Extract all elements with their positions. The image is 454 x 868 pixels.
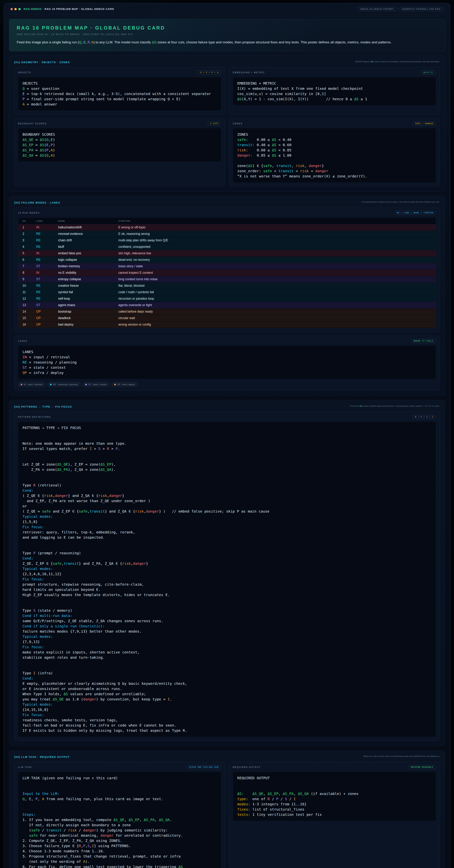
- code-line: Typical modes:: [23, 702, 431, 707]
- code-line: Typical modes:: [23, 566, 431, 571]
- code-line: zone_order: safe < transit < risk < dang…: [237, 168, 431, 174]
- code-line: I(X) = embedding of text X from one fixe…: [237, 86, 431, 91]
- code-line: 6. For each fix, define one small test e…: [23, 864, 217, 868]
- code-line: {14,15,16,8}: [23, 707, 431, 712]
- page-subtitle: ONE FAILING RUN IN · 16 WAYS TO BREAK · …: [17, 33, 437, 36]
- mode-cell-no: 16: [18, 321, 36, 328]
- mode-cell-sym: recursion or paradox loop: [118, 296, 436, 302]
- code-line: you may treat ΔS_QE as 1.0 (danger) by c…: [23, 697, 431, 702]
- code-line: and add logging so E can be inspected.: [23, 535, 431, 540]
- code-line: [23, 665, 431, 671]
- code-line: Cond:: [23, 488, 431, 493]
- lane-legend-chip: IN · input / retrieval: [18, 382, 45, 387]
- code-line: Type P (prompt / reasoning): [23, 551, 431, 556]
- code-line: retriever: query, filters, top-k, embedd…: [23, 530, 431, 535]
- mode-cell-sym: dead-end, no recovery: [118, 257, 436, 263]
- code-line: LLM TASK (given one failing run + this c…: [23, 775, 217, 781]
- mode-cell-sym: long context turns into noise: [118, 276, 436, 283]
- code-line: make state explicit in inputs, shorten a…: [23, 650, 431, 655]
- section-modes-header: [02] FAILURE MODES · LANES 16 named fail…: [14, 200, 440, 204]
- mode-cell-no: 5: [18, 250, 36, 257]
- mode-cell-lane: RE: [36, 231, 58, 237]
- mode-cell-lane: ST: [36, 263, 58, 270]
- mode-cell-name: agent chaos: [58, 302, 118, 308]
- code-line: [23, 786, 217, 791]
- code-line: [23, 807, 217, 812]
- mode-cell-sym: confident, unsupported: [118, 244, 436, 250]
- section-patterns: [03] PATTERNS → TYPE → FIX FOCUS From fo…: [9, 400, 445, 746]
- code-line: 5. Propose structural_fixes that change …: [23, 854, 217, 859]
- mode-cell-no: 6: [18, 257, 36, 263]
- maximize-button-icon[interactable]: [18, 8, 21, 10]
- mode-row: 7STbroken memoryloses story / state: [18, 263, 436, 270]
- panel-zones: ZONES SAFE → DANGER ZONESsafe: 0.00 ≤ ΔS…: [229, 118, 440, 186]
- mode-cell-name: entropy collapse: [58, 276, 118, 283]
- column-header-name: NAME: [58, 218, 118, 224]
- window-titlebar: RAG-DEBUG · RAG 16 PROBLEM MAP · GLOBAL …: [8, 3, 446, 14]
- mode-cell-sym: flat, literal, blocked: [118, 283, 436, 289]
- code-line: [23, 452, 431, 457]
- mode-row: 12REself-looprecursion or paradox loop: [18, 296, 436, 302]
- mode-cell-sym: called before deps ready: [118, 308, 436, 315]
- code-line: [23, 660, 431, 665]
- mode-cell-sym: code / math / symbols fail: [118, 289, 436, 296]
- code-line: PATTERNS → TYPE → FIX FOCUS: [23, 425, 431, 431]
- code-line: ST = state / context: [23, 365, 431, 370]
- mode-row: 5INembed false possim high, relevance lo…: [18, 250, 436, 257]
- panel-objects: OBJECTS Q / E / P / A OBJECTSQ = user qu…: [14, 67, 225, 115]
- code-line: 2. Compute Z_QE, Z_EP, Z_PA, Z_QA using …: [23, 838, 217, 843]
- llm-task-code: LLM TASK (given one failing run + this c…: [18, 772, 221, 868]
- mode-cell-name: misread evidence: [58, 231, 118, 237]
- mode-cell-sym: cannot inspect E content: [118, 270, 436, 276]
- mode-cell-no: 15: [18, 315, 36, 321]
- section-task-title: [04] LLM TASK · REQUIRED OUTPUT: [14, 755, 70, 758]
- code-line: If several types match, prefer I > S > R…: [23, 446, 431, 452]
- traffic-lights: [10, 8, 21, 10]
- app-window: RAG-DEBUG · RAG 16 PROBLEM MAP · GLOBAL …: [4, 3, 450, 868]
- mode-cell-sym: agents overwrite or fight: [118, 302, 436, 308]
- code-line: ΔS_EP = ΔS(E,P): [23, 142, 217, 148]
- code-line: same Q/E/P/settings, Z_QE stable, Z_QA c…: [23, 618, 431, 624]
- code-line: readiness checks, smoke tests, version t…: [23, 717, 431, 723]
- mode-row: 10REcreative freezeflat, literal, blocke…: [18, 283, 436, 289]
- code-line: OP = infra / deploy: [23, 370, 431, 375]
- embedding-code: EMBEDDING + METRICI(X) = embedding of te…: [233, 77, 436, 105]
- code-line: ( Z_QE ∈ {risk,danger} and Z_QA ∈ {risk,…: [23, 493, 431, 498]
- mode-cell-name: hallucination/drift: [58, 224, 118, 231]
- code-line: (safe / transit / risk / danger) by judg…: [23, 828, 217, 833]
- objects-code: OBJECTSQ = user questionE = top-k retrie…: [18, 77, 221, 111]
- section-patterns-header: [03] PATTERNS → TYPE → FIX FOCUS From fo…: [14, 405, 440, 408]
- mode-cell-sym: sim high, relevance low: [118, 250, 436, 257]
- code-line: {7,9,13}: [23, 639, 431, 645]
- code-line: {1,5,8}: [23, 519, 431, 524]
- page-title: RAG 16 PROBLEM MAP · GLOBAL DEBUG CARD: [17, 25, 437, 31]
- page-description: Feed this image plus a single failing ru…: [17, 40, 437, 44]
- mode-cell-sym: circular wait: [118, 315, 436, 321]
- badge-image-as-debug-prompt: IMAGE-AS-DEBUG PROMPT: [357, 7, 397, 11]
- panel-required-output: REQUIRED OUTPUT MACHINE-READABLE REQUIRE…: [229, 762, 440, 868]
- mode-cell-lane: RE: [36, 283, 58, 289]
- minimize-button-icon[interactable]: [14, 8, 17, 10]
- code-line: safe: 0.00 ≤ ΔS < 0.40: [237, 137, 431, 142]
- code-line: safe for near-identical meaning, danger …: [23, 833, 217, 838]
- mode-cell-no: 13: [18, 302, 36, 308]
- close-button-icon[interactable]: [10, 8, 13, 10]
- panel-embedding: EMBEDDING + METRIC ΔS(X,Y) EMBEDDING + M…: [229, 67, 440, 115]
- code-line: ( Z_QE = safe and Z_EP ∈ {safe,transit} …: [23, 509, 431, 514]
- mode-row: 3REchain driftmulti-step plan drifts awa…: [18, 237, 436, 244]
- code-line: Fix focus:: [23, 524, 431, 530]
- code-line: Fix focus:: [23, 645, 431, 650]
- mode-cell-no: 1: [18, 224, 36, 231]
- mode-cell-no: 11: [18, 289, 36, 296]
- code-line: [23, 436, 431, 441]
- panel-llm-task: LLM TASK GIVEN ONE FAILING RUN LLM TASK …: [14, 762, 225, 868]
- code-line: type: one of R / P / S / I: [237, 796, 431, 802]
- section-task-header: [04] LLM TASK · REQUIRED OUTPUT What any…: [14, 755, 440, 758]
- code-line: [23, 802, 217, 807]
- panel-rag-modes: 16 RAG MODES NO / LANE / NAME / SYMPTOM …: [14, 208, 440, 332]
- code-line: “X is not worse than Y” means zone_order…: [237, 174, 431, 179]
- section-geometry-header: [01] GEOMETRY · OBJECTS · ZONES Q/E/P/A …: [14, 60, 440, 64]
- mode-cell-lane: IN: [36, 250, 58, 257]
- panel-lanes-label: LANES: [18, 340, 27, 342]
- code-line: Fix focus:: [23, 577, 431, 582]
